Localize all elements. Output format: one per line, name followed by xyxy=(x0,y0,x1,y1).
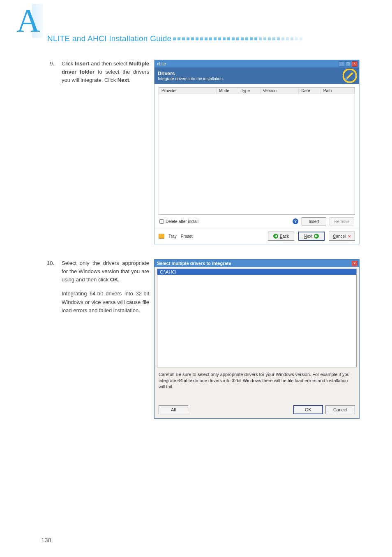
next-button[interactable]: Next ▶ xyxy=(298,232,325,241)
col-mode[interactable]: Mode xyxy=(217,88,238,94)
tray-icon[interactable] xyxy=(159,234,164,239)
col-path[interactable]: Path xyxy=(321,88,355,94)
close-icon: × xyxy=(348,234,350,239)
title-decoration xyxy=(173,37,302,40)
drivers-header-title: Drivers xyxy=(158,71,224,77)
step-9-text: Click Insert and then select Multiple dr… xyxy=(62,60,154,244)
delete-checkbox-label: Delete after install xyxy=(166,219,198,224)
section-title: NLITE and AHCI Installation Guide xyxy=(47,34,171,43)
cancel-button[interactable]: Cancel xyxy=(325,405,355,414)
warning-text: Careful! Be sure to select only appropri… xyxy=(154,369,359,402)
list-item[interactable]: C:\AHCI xyxy=(157,269,356,275)
cancel-button[interactable]: Cancel × xyxy=(329,232,355,241)
select-title: Select multiple drivers to integrate xyxy=(156,261,351,266)
minimize-button[interactable]: – xyxy=(339,61,344,67)
delete-after-install-checkbox[interactable]: Delete after install xyxy=(159,219,289,224)
nlite-window: nLite – □ × Drivers Integrate drivers in… xyxy=(154,60,360,244)
step-10-text-2: Integrating 64-bit drivers into 32-bit W… xyxy=(62,290,149,314)
step-9: 9. Click Insert and then select Multiple… xyxy=(41,60,366,244)
col-type[interactable]: Type xyxy=(238,88,260,94)
arrow-right-icon: ▶ xyxy=(314,234,319,239)
step-10: 10. Select only the drivers appropriate … xyxy=(41,259,366,419)
nlite-title: nLite xyxy=(156,62,338,66)
delete-checkbox-input[interactable] xyxy=(159,219,164,224)
col-provider[interactable]: Provider xyxy=(159,88,217,94)
select-titlebar: Select multiple drivers to integrate × xyxy=(154,260,359,267)
back-button[interactable]: ◀ Back xyxy=(268,232,294,241)
preset-link[interactable]: Preset xyxy=(181,234,193,239)
step-10-text: Select only the drivers appropriate for … xyxy=(62,259,154,419)
step-number: 9. xyxy=(41,60,62,244)
badge-letter: A xyxy=(16,4,40,37)
page-number: 138 xyxy=(41,536,51,543)
close-button[interactable]: × xyxy=(352,261,357,266)
driver-list[interactable]: C:\AHCI xyxy=(157,269,357,367)
select-drivers-window: Select multiple drivers to integrate × C… xyxy=(154,259,360,419)
drivers-header-sub: Integrate drivers into the installation. xyxy=(158,77,224,81)
drivers-controls: Delete after install ? Insert Remove xyxy=(159,215,355,225)
ok-button[interactable]: OK xyxy=(293,405,323,414)
drivers-icon xyxy=(343,69,357,83)
table-header-row: Provider Mode Type Version Date Path xyxy=(159,88,355,94)
remove-button: Remove xyxy=(330,217,354,225)
insert-button[interactable]: Insert xyxy=(302,217,326,225)
tray-label[interactable]: Tray xyxy=(168,234,177,239)
all-button[interactable]: All xyxy=(159,405,188,414)
section-title-row: NLITE and AHCI Installation Guide xyxy=(47,33,364,44)
col-date[interactable]: Date xyxy=(299,88,321,94)
step-number: 10. xyxy=(41,259,62,419)
drivers-footer: Tray Preset ◀ Back Next ▶ Cancel × xyxy=(154,228,359,244)
help-icon[interactable]: ? xyxy=(293,218,298,224)
svg-line-1 xyxy=(347,73,353,79)
select-buttons: All OK Cancel xyxy=(154,402,359,418)
svg-point-2 xyxy=(345,78,348,80)
arrow-left-icon: ◀ xyxy=(273,234,278,239)
col-version[interactable]: Version xyxy=(261,88,299,94)
drivers-body: Provider Mode Type Version Date Path Del… xyxy=(154,84,359,228)
drivers-table: Provider Mode Type Version Date Path xyxy=(159,87,355,215)
maximize-button[interactable]: □ xyxy=(345,61,351,67)
nlite-titlebar: nLite – □ × xyxy=(154,60,359,67)
appendix-badge: A xyxy=(16,4,45,39)
close-button[interactable]: × xyxy=(352,61,357,67)
drivers-header: Drivers Integrate drivers into the insta… xyxy=(154,67,359,84)
